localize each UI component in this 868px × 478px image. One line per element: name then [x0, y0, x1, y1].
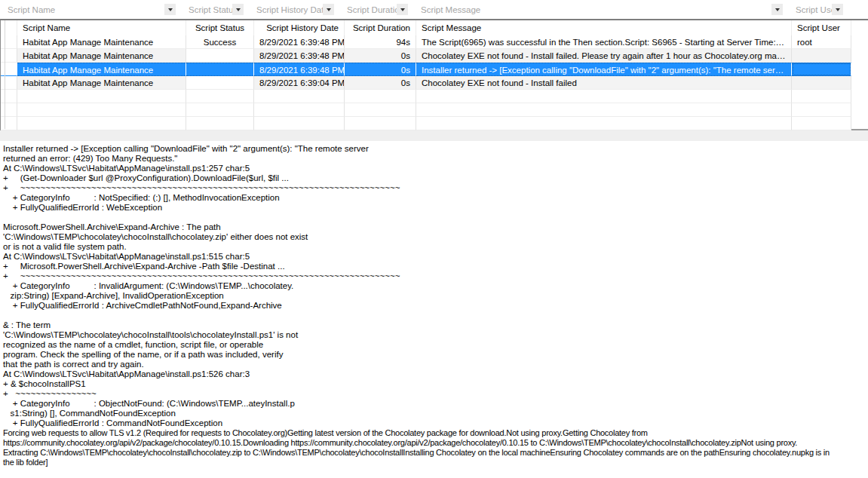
chevron-down-icon	[775, 8, 780, 11]
cell-status[interactable]	[186, 103, 254, 117]
detail-log-text: Forcing web requests to allow TLS v1.2 (…	[3, 428, 866, 467]
cell-duration[interactable]: 0s	[345, 49, 416, 63]
row-indicator-cell[interactable]	[1, 35, 17, 49]
pane-splitter[interactable]	[0, 130, 868, 141]
cell-date[interactable]: 8/29/2021 6:39:04 PM	[254, 76, 345, 90]
row-indicator-cell[interactable]	[1, 117, 17, 130]
filter-script-message: Script Message	[413, 0, 788, 19]
chevron-down-icon	[400, 8, 405, 11]
filter-label: Script Name	[0, 5, 55, 14]
filter-dropdown-arrow-icon[interactable]	[323, 4, 334, 15]
row-indicator-cell[interactable]	[1, 49, 17, 63]
cell-date[interactable]	[254, 117, 345, 130]
grid-header: Script NameScript StatusScript History D…	[1, 20, 868, 35]
filter-bar: Script NameScript StatusScript History D…	[0, 0, 868, 20]
cell-message[interactable]: Chocolatey EXE not found - Install faile…	[416, 76, 792, 90]
cell-name[interactable]	[17, 90, 186, 103]
cell-user[interactable]	[792, 76, 851, 90]
filter-script-user: Script User	[788, 0, 848, 19]
chevron-down-icon	[168, 8, 173, 11]
cell-user[interactable]	[792, 90, 851, 103]
cell-message[interactable]	[416, 90, 792, 103]
cell-user[interactable]	[792, 117, 851, 130]
row-indicator-cell[interactable]	[1, 103, 17, 117]
row-indicator-cell[interactable]	[1, 63, 17, 76]
cell-name[interactable]: Habitat App Manage Maintenance	[17, 76, 186, 90]
column-header-duration[interactable]: Script Duration	[345, 20, 416, 35]
cell-user[interactable]: root	[792, 35, 851, 49]
column-header-date[interactable]: Script History Date	[254, 20, 345, 35]
cell-message[interactable]	[416, 103, 792, 117]
filter-label: Script Status	[181, 5, 232, 14]
cell-status[interactable]	[186, 76, 254, 90]
cell-status[interactable]	[186, 63, 254, 76]
filter-dropdown-arrow-icon[interactable]	[164, 4, 176, 15]
table-row-empty[interactable]	[1, 90, 868, 103]
filter-script-status: Script Status	[181, 0, 249, 19]
table-row-empty[interactable]	[1, 103, 868, 117]
column-header-message[interactable]: Script Message	[416, 20, 792, 35]
cell-name[interactable]: Habitat App Manage Maintenance	[17, 35, 186, 49]
row-indicator-cell[interactable]	[1, 76, 17, 90]
cell-status[interactable]	[186, 49, 254, 63]
cell-duration[interactable]	[345, 90, 416, 103]
cell-user[interactable]	[792, 63, 851, 76]
table-row[interactable]: Habitat App Manage Maintenance8/29/2021 …	[1, 63, 868, 76]
cell-name[interactable]	[17, 103, 186, 117]
filter-label: Script User	[788, 5, 832, 14]
cell-duration[interactable]	[345, 103, 416, 117]
column-header-user[interactable]: Script User	[792, 20, 851, 35]
cell-date[interactable]: 8/29/2021 6:39:48 PM	[254, 49, 345, 63]
cell-date[interactable]	[254, 90, 345, 103]
cell-duration[interactable]: 0s	[345, 76, 416, 90]
cell-name[interactable]: Habitat App Manage Maintenance	[17, 49, 186, 63]
cell-name[interactable]	[17, 117, 186, 130]
filter-dropdown-arrow-icon[interactable]	[832, 4, 843, 15]
script-history-window: Script NameScript StatusScript History D…	[0, 0, 868, 478]
cell-message[interactable]: Installer returned -> [Exception calling…	[416, 63, 792, 76]
cell-message[interactable]	[416, 117, 792, 130]
filter-label: Script Message	[413, 5, 480, 14]
cell-status[interactable]: Success	[186, 35, 254, 49]
chevron-down-icon	[836, 8, 840, 11]
cell-duration[interactable]: 0s	[345, 63, 416, 76]
table-row[interactable]: Habitat App Manage Maintenance8/29/2021 …	[1, 49, 868, 63]
grid-body: Habitat App Manage MaintenanceSuccess8/2…	[1, 35, 868, 130]
filter-script-name: Script Name	[0, 0, 181, 19]
script-message-detail-pane: Installer returned -> [Exception calling…	[0, 141, 868, 478]
table-row-empty[interactable]	[1, 117, 868, 130]
cell-name[interactable]: Habitat App Manage Maintenance	[17, 63, 186, 76]
cell-user[interactable]	[792, 103, 851, 117]
cell-message[interactable]: Chocolatey EXE not found - Install faile…	[416, 49, 792, 63]
cell-date[interactable]: 8/29/2021 6:39:48 PM	[254, 63, 345, 76]
detail-error-text: Installer returned -> [Exception calling…	[3, 144, 866, 428]
filter-dropdown-arrow-icon[interactable]	[232, 4, 244, 15]
cell-date[interactable]: 8/29/2021 6:39:48 PM	[254, 35, 345, 49]
cell-date[interactable]	[254, 103, 345, 117]
script-history-grid: Script NameScript StatusScript History D…	[0, 20, 868, 130]
filter-label: Script History Date	[249, 5, 323, 14]
cell-status[interactable]	[186, 90, 254, 103]
cell-status[interactable]	[186, 117, 254, 130]
column-header-status[interactable]: Script Status	[186, 20, 254, 35]
filter-dropdown-arrow-icon[interactable]	[397, 4, 408, 15]
cell-message[interactable]: The Script(6965) was successful in the T…	[416, 35, 792, 49]
row-indicator-cell[interactable]	[1, 90, 17, 103]
filter-script-history-date: Script History Date	[249, 0, 339, 19]
filter-label: Script Duration	[339, 5, 397, 14]
table-row[interactable]: Habitat App Manage Maintenance8/29/2021 …	[1, 76, 868, 90]
column-header-name[interactable]: Script Name	[17, 20, 186, 35]
cell-user[interactable]	[792, 49, 851, 63]
row-indicator-header[interactable]	[1, 20, 17, 35]
cell-duration[interactable]	[345, 117, 416, 130]
chevron-down-icon	[327, 8, 331, 11]
filter-script-duration: Script Duration	[339, 0, 413, 19]
cell-duration[interactable]: 94s	[345, 35, 416, 49]
chevron-down-icon	[236, 8, 241, 11]
table-row[interactable]: Habitat App Manage MaintenanceSuccess8/2…	[1, 35, 868, 49]
filter-dropdown-arrow-icon[interactable]	[771, 4, 783, 15]
